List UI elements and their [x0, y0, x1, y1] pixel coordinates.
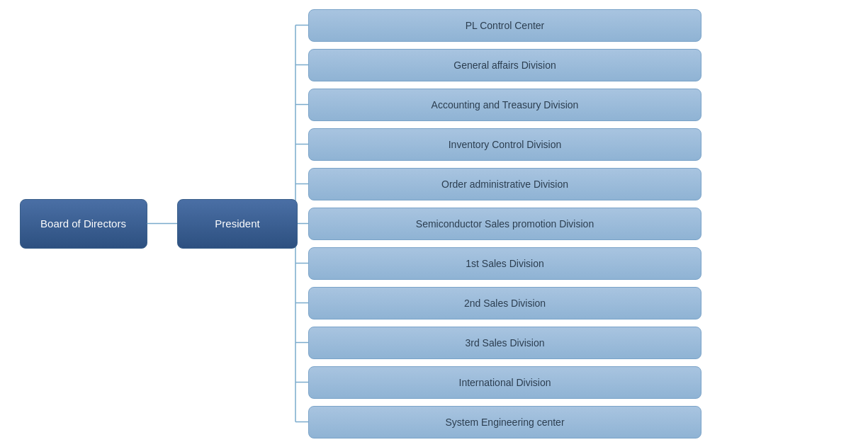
- division-node: Accounting and Treasury Division: [308, 89, 701, 121]
- division-node: General affairs Division: [308, 49, 701, 81]
- division-node: 1st Sales Division: [308, 247, 701, 280]
- division-node: PL Control Center: [308, 9, 701, 42]
- board-of-directors-node: Board of Directors: [20, 199, 147, 249]
- president-column: President: [167, 0, 308, 447]
- divisions-list: PL Control CenterGeneral affairs Divisio…: [308, 7, 854, 441]
- president-node: President: [177, 199, 298, 249]
- division-node: System Engineering center: [308, 406, 701, 438]
- board-label: Board of Directors: [40, 217, 126, 230]
- division-node: Inventory Control Division: [308, 128, 701, 161]
- board-column: Board of Directors: [0, 0, 167, 447]
- division-node: Order administrative Division: [308, 168, 701, 200]
- divisions-column: PL Control CenterGeneral affairs Divisio…: [308, 0, 868, 447]
- division-node: 2nd Sales Division: [308, 287, 701, 319]
- division-node: Semiconductor Sales promotion Division: [308, 208, 701, 240]
- president-label: President: [215, 217, 259, 230]
- division-node: International Division: [308, 366, 701, 399]
- division-node: 3rd Sales Division: [308, 327, 701, 359]
- org-chart: Board of Directors President PL Control …: [0, 0, 868, 447]
